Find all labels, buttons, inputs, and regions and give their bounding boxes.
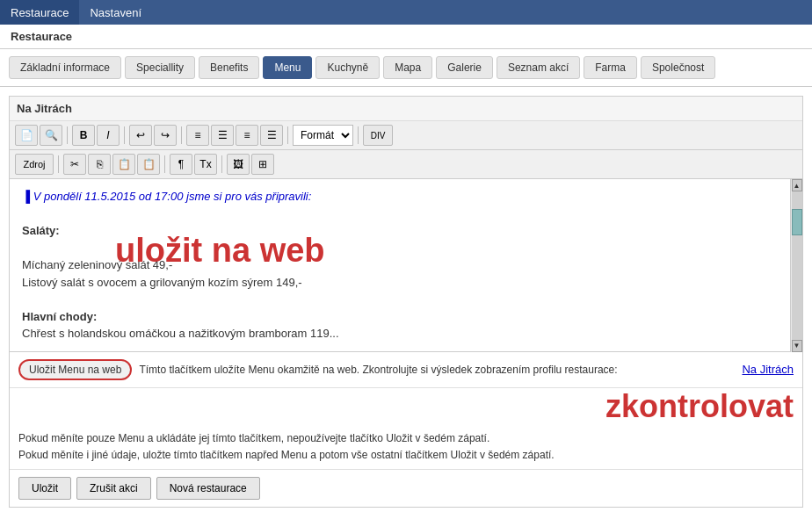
align-justify-icon[interactable]: ☰ — [260, 125, 283, 146]
save-button[interactable]: Uložit — [18, 477, 71, 500]
separator6 — [58, 155, 59, 173]
scrollbar-thumb[interactable] — [792, 209, 802, 235]
bold-icon[interactable]: B — [72, 125, 95, 146]
annotation-zkontrolovat: zkontrolovat — [605, 388, 794, 425]
toolbar-group2: Zdroj ✂ ⎘ 📋 📋 ¶ Tx 🖼 ⊞ — [15, 154, 274, 175]
separator3 — [181, 126, 182, 144]
separator4 — [287, 126, 288, 144]
tab-mapa[interactable]: Mapa — [383, 56, 432, 79]
page-title: Restaurace — [0, 25, 812, 49]
source-btn[interactable]: Zdroj — [15, 154, 54, 175]
salat-line2: Listový salát s ovocem a grilovaným kozí… — [22, 274, 785, 292]
chody-line1: Chřest s holandskou omáčkou a nažitkovým… — [22, 325, 785, 343]
tab-spolecnost[interactable]: Společnost — [641, 56, 715, 79]
new-restaurant-button[interactable]: Nová restaurace — [156, 477, 260, 500]
file-icon[interactable]: 📄 — [15, 125, 38, 146]
toolbar-group1: 📄 🔍 B I ↩ ↪ ≡ ☰ ≡ ☰ Formát DIV — [15, 125, 393, 146]
tab-benefits[interactable]: Benefits — [199, 56, 259, 79]
table-icon[interactable]: ⊞ — [251, 154, 274, 175]
section-title: Na Jitrách — [10, 97, 802, 121]
cancel-button[interactable]: Zrušit akci — [76, 477, 151, 500]
salaty-heading: Saláty: — [22, 224, 60, 237]
editor-wrapper: ▐ V pondělí 11.5.2015 od 17:00 jsme si p… — [10, 179, 802, 352]
top-navigation: Restaurace Nastavení — [0, 0, 812, 25]
cut-icon[interactable]: ✂ — [63, 154, 86, 175]
clear-format-icon[interactable]: Tx — [194, 154, 217, 175]
save-web-text: Tímto tlačítkem uložíte Menu okamžitě na… — [139, 364, 735, 376]
align-center-icon[interactable]: ☰ — [211, 125, 234, 146]
hlavni-chody-heading: Hlavní chody: — [22, 310, 97, 323]
tab-galerie[interactable]: Galerie — [436, 56, 493, 79]
align-right-icon[interactable]: ≡ — [236, 125, 258, 146]
scrollbar-track — [792, 191, 802, 340]
div-icon[interactable]: DIV — [363, 125, 393, 146]
undo-icon[interactable]: ↩ — [129, 125, 152, 146]
editor-scrollbar[interactable]: ▲ ▼ — [790, 179, 802, 352]
nav-restaurace[interactable]: Restaurace — [0, 0, 79, 25]
separator1 — [67, 126, 68, 144]
save-web-area: Uložit Menu na web Tímto tlačítkem uloží… — [10, 352, 802, 388]
tab-farma[interactable]: Farma — [584, 56, 637, 79]
tab-seznam-akci[interactable]: Seznam akcí — [497, 56, 580, 79]
main-content: Na Jitrách 📄 🔍 B I ↩ ↪ ≡ ☰ ≡ ☰ Formát — [0, 87, 812, 512]
menu-date-line: ▐ V pondělí 11.5.2015 od 17:00 jsme si p… — [22, 188, 785, 206]
tab-zakladni[interactable]: Základní informace — [9, 56, 121, 79]
block-icon[interactable]: ¶ — [170, 154, 192, 175]
na-jitrach-link[interactable]: Na Jitrách — [742, 363, 794, 376]
copy-icon[interactable]: ⎘ — [88, 154, 111, 175]
redo-icon[interactable]: ↪ — [154, 125, 177, 146]
paste2-icon[interactable]: 📋 — [137, 154, 160, 175]
ulozit-menu-button[interactable]: Uložit Menu na web — [18, 359, 132, 380]
sub-tab-bar: Základní informace Speciallity Benefits … — [0, 49, 812, 87]
toolbar-row2: Zdroj ✂ ⎘ 📋 📋 ¶ Tx 🖼 ⊞ — [10, 150, 802, 179]
separator5 — [358, 126, 359, 144]
image-icon[interactable]: 🖼 — [227, 154, 250, 175]
tab-kuchyne[interactable]: Kuchyně — [315, 56, 380, 79]
format-select[interactable]: Formát — [293, 125, 353, 146]
tab-speciallity[interactable]: Speciallity — [125, 56, 195, 79]
align-left-icon[interactable]: ≡ — [186, 125, 209, 146]
info-line2: Pokud měníte i jiné údaje, uložte tímto … — [18, 447, 794, 464]
info-text-area: Pokud měníte pouze Menu a ukládáte jej t… — [10, 425, 802, 470]
zkontrolovat-wrap: zkontrolovat — [10, 388, 802, 425]
file-search-icon[interactable]: 🔍 — [40, 125, 62, 146]
info-line1: Pokud měníte pouze Menu a ukládáte jej t… — [18, 430, 794, 447]
bottom-buttons: Uložit Zrušit akci Nová restaurace — [10, 470, 802, 507]
separator2 — [124, 126, 125, 144]
tab-menu[interactable]: Menu — [263, 56, 312, 79]
toolbar-row1: 📄 🔍 B I ↩ ↪ ≡ ☰ ≡ ☰ Formát DIV — [10, 121, 802, 150]
section-box: Na Jitrách 📄 🔍 B I ↩ ↪ ≡ ☰ ≡ ☰ Formát — [9, 96, 803, 508]
scrollbar-up-btn[interactable]: ▲ — [792, 179, 802, 191]
paste-icon[interactable]: 📋 — [112, 154, 135, 175]
separator7 — [164, 155, 165, 173]
scrollbar-down-btn[interactable]: ▼ — [792, 340, 802, 352]
italic-icon[interactable]: I — [97, 125, 120, 146]
separator8 — [221, 155, 222, 173]
editor-content[interactable]: ▐ V pondělí 11.5.2015 od 17:00 jsme si p… — [10, 179, 802, 352]
salat-line1: Míchaný zeleninový salát 49,- — [22, 256, 785, 274]
nav-nastaveni[interactable]: Nastavení — [79, 0, 152, 25]
